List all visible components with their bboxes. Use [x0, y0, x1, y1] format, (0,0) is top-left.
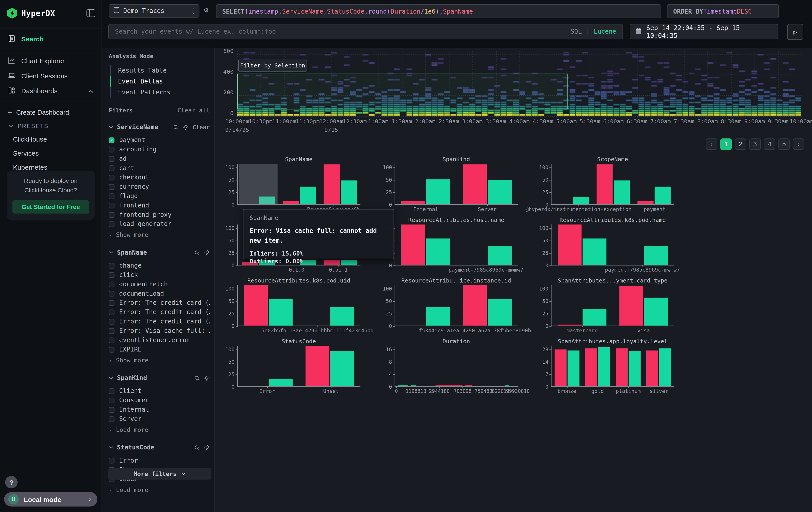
page-button-3[interactable]: 3 — [749, 138, 761, 150]
order-by-input[interactable]: ORDER BY Timestamp DESC — [667, 4, 779, 18]
checkbox-unchecked[interactable] — [109, 146, 115, 152]
checkbox-unchecked[interactable] — [109, 300, 115, 306]
sql-select-input[interactable]: SELECT Timestamp, ServiceName, StatusCod… — [216, 4, 661, 18]
show-more-button[interactable]: ›Show more — [109, 356, 210, 365]
analysis-mode-event-patterns[interactable]: Event Patterns — [111, 87, 210, 98]
page-next-button[interactable]: › — [793, 138, 804, 150]
checkbox-unchecked[interactable] — [109, 263, 115, 268]
checkbox-unchecked[interactable] — [109, 212, 115, 217]
chevron-down-icon[interactable] — [109, 251, 113, 254]
filter-option-error-the-credit-card-[interactable]: Error: The credit card (… — [109, 307, 210, 317]
filter-option-error[interactable]: Error — [109, 456, 210, 465]
sidebar-item-search[interactable]: Search — [0, 32, 102, 47]
filter-option-error-the-credit-card-[interactable]: Error: The credit card (… — [109, 317, 210, 326]
get-started-button[interactable]: Get Started for Free — [12, 200, 89, 214]
checkbox-unchecked[interactable] — [109, 291, 115, 296]
filter-option-client[interactable]: Client — [109, 386, 210, 396]
heatmap-selection[interactable] — [237, 74, 568, 110]
pin-icon[interactable] — [183, 124, 188, 130]
page-button-1[interactable]: 1 — [720, 138, 732, 150]
clear-all-button[interactable]: Clear all — [177, 107, 210, 114]
sidebar-item-services[interactable]: Services — [0, 146, 102, 160]
show-more-button[interactable]: ›Show more — [109, 230, 210, 240]
checkbox-unchecked[interactable] — [109, 221, 115, 227]
checkbox-unchecked[interactable] — [109, 319, 115, 324]
filter-option-error-visa-cache-full-[interactable]: Error: Visa cache full: … — [109, 326, 210, 335]
pin-icon[interactable] — [204, 375, 210, 381]
checkbox-unchecked[interactable] — [109, 328, 115, 334]
checkbox-unchecked[interactable] — [109, 309, 115, 315]
checkbox-unchecked[interactable] — [109, 174, 115, 180]
filter-option-documentload[interactable]: documentLoad — [109, 289, 210, 298]
search-input[interactable] — [115, 28, 571, 35]
chevron-down-icon[interactable] — [109, 126, 113, 129]
page-button-2[interactable]: 2 — [735, 138, 746, 150]
search-icon[interactable] — [173, 124, 179, 130]
chevron-down-icon[interactable] — [109, 376, 113, 380]
sidebar-item-client-sessions[interactable]: Client Sessions — [0, 68, 102, 83]
checkbox-unchecked[interactable] — [109, 407, 115, 412]
pin-icon[interactable] — [204, 249, 210, 255]
analysis-mode-results-table[interactable]: Results Table — [111, 65, 210, 76]
load-more-button[interactable]: ›Load more — [109, 425, 210, 434]
help-button[interactable]: ? — [5, 476, 18, 488]
sidebar-item-dashboards[interactable]: Dashboards — [0, 83, 102, 99]
checkbox-unchecked[interactable] — [109, 203, 115, 208]
filter-option-error-the-credit-card-[interactable]: Error: The credit card (… — [109, 298, 210, 307]
time-range-picker[interactable]: Sep 14 22:04:35 - Sep 15 10:04:35 — [630, 24, 778, 39]
checkbox-unchecked[interactable] — [109, 193, 115, 199]
checkbox-unchecked[interactable] — [109, 388, 115, 394]
lucene-mode-button[interactable]: Lucene — [594, 28, 616, 35]
checkbox-unchecked[interactable] — [109, 347, 115, 352]
sidebar-collapse-icon[interactable] — [86, 9, 95, 17]
data-source-select[interactable]: Demo Traces ⌃⌃ — [109, 4, 199, 18]
filter-option-accounting[interactable]: accounting — [109, 145, 210, 154]
filter-option-cart[interactable]: cart — [109, 163, 210, 173]
checkbox-unchecked[interactable] — [109, 337, 115, 343]
filter-option-currency[interactable]: currency — [109, 182, 210, 191]
checkbox-unchecked[interactable] — [109, 272, 115, 278]
sql-mode-button[interactable]: SQL — [571, 28, 582, 35]
checkbox-unchecked[interactable] — [109, 416, 115, 422]
filter-option-click[interactable]: click — [109, 270, 210, 279]
filter-option-eventlistener-error[interactable]: eventListener.error — [109, 335, 210, 345]
filter-option-documentfetch[interactable]: documentFetch — [109, 279, 210, 289]
gear-icon[interactable]: ⚙ — [204, 6, 208, 14]
filter-option-change[interactable]: change — [109, 261, 210, 270]
clear-filter-button[interactable]: Clear — [193, 124, 210, 130]
presets-toggle[interactable]: PRESETS — [0, 119, 102, 132]
filter-option-consumer[interactable]: Consumer — [109, 396, 210, 405]
search-icon[interactable] — [194, 444, 200, 450]
filter-option-expire[interactable]: EXPIRE — [109, 345, 210, 354]
more-filters-button[interactable]: More filters — [108, 468, 211, 480]
filter-option-server[interactable]: Server — [109, 414, 210, 424]
pin-icon[interactable] — [204, 444, 210, 450]
filter-by-selection-button[interactable]: Filter by Selection — [238, 60, 307, 72]
search-icon[interactable] — [194, 375, 200, 381]
filter-option-payment[interactable]: ✓payment — [109, 135, 210, 145]
filter-option-checkout[interactable]: checkout — [109, 173, 210, 182]
filter-option-ad[interactable]: ad — [109, 154, 210, 163]
checkbox-checked[interactable]: ✓ — [109, 137, 115, 143]
page-button-4[interactable]: 4 — [764, 138, 775, 150]
local-mode-menu[interactable]: U Local mode › — [4, 492, 97, 507]
filter-option-frontend-proxy[interactable]: frontend-proxy — [109, 210, 210, 219]
checkbox-unchecked[interactable] — [109, 156, 115, 162]
search-icon[interactable] — [194, 249, 200, 255]
page-button-5[interactable]: 5 — [778, 138, 790, 150]
checkbox-unchecked[interactable] — [109, 165, 115, 171]
run-query-button[interactable]: ▷ — [787, 24, 803, 40]
create-dashboard-button[interactable]: + Create Dashboard — [0, 105, 102, 119]
filter-option-internal[interactable]: Internal — [109, 405, 210, 414]
sidebar-item-clickhouse[interactable]: ClickHouse — [0, 132, 102, 146]
filter-option-load-generator[interactable]: load-generator — [109, 219, 210, 228]
analysis-mode-event-deltas[interactable]: Event Deltas — [110, 76, 210, 87]
filter-option-flagd[interactable]: flagd — [109, 191, 210, 200]
checkbox-unchecked[interactable] — [109, 184, 115, 190]
page-prev-button[interactable]: ‹ — [706, 138, 717, 150]
filter-option-frontend[interactable]: frontend — [109, 200, 210, 210]
sidebar-item-chart-explorer[interactable]: Chart Explorer — [0, 53, 102, 69]
checkbox-unchecked[interactable] — [109, 457, 115, 463]
load-more-button[interactable]: ›Load more — [109, 485, 210, 495]
checkbox-unchecked[interactable] — [109, 281, 115, 287]
